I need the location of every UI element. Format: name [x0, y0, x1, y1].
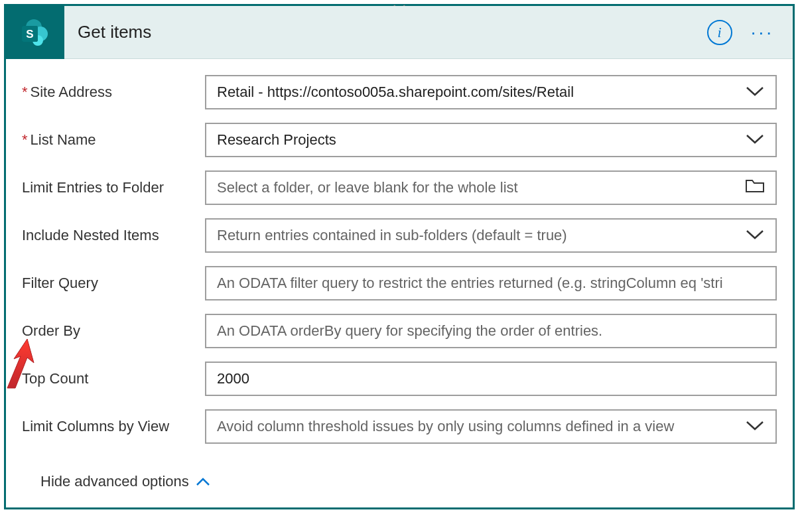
- label-order-by: Order By: [22, 322, 205, 340]
- chevron-up-icon: [196, 473, 210, 490]
- label-limit-folder: Limit Entries to Folder: [22, 179, 205, 196]
- input-top-count[interactable]: [205, 362, 777, 396]
- picker-limit-folder[interactable]: Select a folder, or leave blank for the …: [205, 170, 777, 205]
- chevron-down-icon: [745, 84, 765, 101]
- input-filter-query[interactable]: [205, 266, 777, 300]
- dropdown-include-nested[interactable]: Return entries contained in sub-folders …: [205, 218, 777, 253]
- label-limit-columns: Limit Columns by View: [22, 418, 205, 435]
- chevron-down-icon: [745, 227, 765, 244]
- label-site-address: Site Address: [22, 84, 205, 101]
- placeholder-include-nested: Return entries contained in sub-folders …: [217, 227, 738, 244]
- card-title[interactable]: Get items: [78, 22, 707, 42]
- label-list-name: List Name: [22, 131, 205, 149]
- more-menu-icon[interactable]: ···: [751, 28, 774, 37]
- hide-advanced-label: Hide advanced options: [40, 473, 189, 490]
- svg-text:S: S: [26, 28, 33, 40]
- dropdown-site-address[interactable]: Retail - https://contoso005a.sharepoint.…: [205, 75, 777, 109]
- card-header: S Get items i ···: [6, 6, 793, 59]
- chevron-down-icon: [745, 418, 765, 435]
- chevron-down-icon: [745, 131, 765, 149]
- info-icon[interactable]: i: [707, 20, 732, 45]
- placeholder-limit-columns: Avoid column threshold issues by only us…: [217, 418, 738, 435]
- dropdown-limit-columns[interactable]: Avoid column threshold issues by only us…: [205, 409, 777, 444]
- folder-icon[interactable]: [745, 178, 765, 198]
- label-top-count: Top Count: [22, 370, 205, 387]
- action-card: S Get items i ··· Site Address Retail - …: [4, 4, 795, 509]
- value-list-name: Research Projects: [217, 131, 738, 149]
- sharepoint-icon: S: [6, 6, 64, 59]
- label-filter-query: Filter Query: [22, 275, 205, 292]
- card-body: Site Address Retail - https://contoso005…: [6, 59, 793, 507]
- input-order-by[interactable]: [205, 314, 777, 348]
- toggle-hide-advanced[interactable]: Hide advanced options: [40, 473, 210, 490]
- placeholder-limit-folder: Select a folder, or leave blank for the …: [217, 179, 738, 196]
- label-include-nested: Include Nested Items: [22, 227, 205, 244]
- dropdown-list-name[interactable]: Research Projects: [205, 123, 777, 157]
- value-site-address: Retail - https://contoso005a.sharepoint.…: [217, 84, 738, 101]
